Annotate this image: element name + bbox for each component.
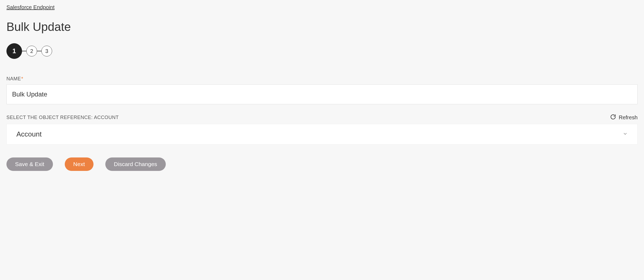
breadcrumb-link[interactable]: Salesforce Endpoint [6, 4, 55, 10]
object-ref-selected-value: Account [16, 130, 42, 138]
name-input[interactable] [6, 84, 638, 104]
name-field-row: NAME* [6, 76, 638, 104]
discard-button[interactable]: Discard Changes [105, 157, 166, 171]
page-container: Salesforce Endpoint Bulk Update 1 2 3 NA… [0, 0, 644, 182]
step-indicator: 1 2 3 [6, 43, 638, 59]
save-exit-button[interactable]: Save & Exit [6, 157, 53, 171]
object-ref-label: SELECT THE OBJECT REFERENCE: ACCOUNT [6, 115, 119, 120]
button-row: Save & Exit Next Discard Changes [6, 157, 638, 171]
required-marker: * [21, 76, 23, 81]
step-connector [22, 51, 26, 51]
object-ref-row: SELECT THE OBJECT REFERENCE: ACCOUNT Ref… [6, 114, 638, 145]
refresh-button[interactable]: Refresh [610, 114, 638, 121]
step-2[interactable]: 2 [26, 46, 37, 56]
name-label: NAME [6, 76, 21, 81]
object-ref-label-row: SELECT THE OBJECT REFERENCE: ACCOUNT Ref… [6, 114, 638, 121]
page-title: Bulk Update [6, 20, 638, 34]
refresh-label: Refresh [619, 114, 638, 121]
name-label-wrap: NAME* [6, 76, 23, 82]
refresh-icon [610, 114, 616, 121]
step-1[interactable]: 1 [6, 43, 22, 59]
object-ref-select[interactable]: Account [6, 124, 638, 145]
name-label-row: NAME* [6, 76, 638, 82]
step-3[interactable]: 3 [41, 46, 52, 56]
chevron-down-icon [623, 131, 628, 137]
step-connector [37, 51, 41, 51]
next-button[interactable]: Next [65, 157, 93, 171]
